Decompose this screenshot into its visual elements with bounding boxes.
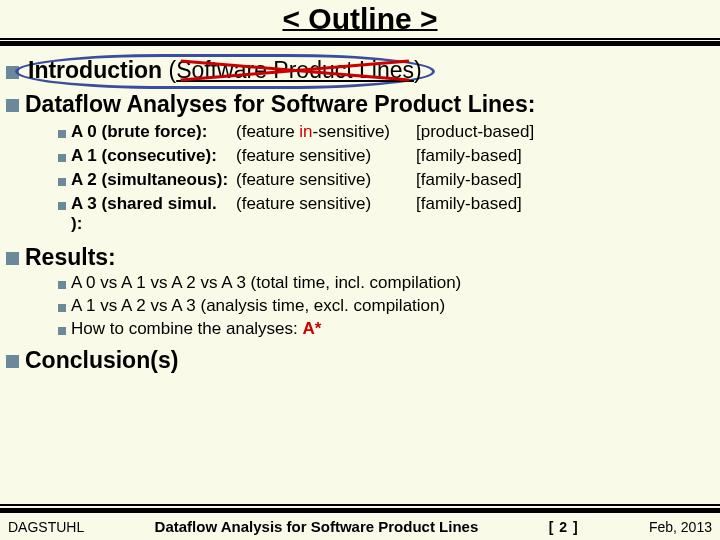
section-results: Results: (6, 244, 712, 271)
bullet-icon (58, 178, 66, 186)
result-text: A 0 vs A 1 vs A 2 vs A 3 (total time, in… (71, 273, 461, 293)
list-item: A 0 vs A 1 vs A 2 vs A 3 (total time, in… (58, 273, 712, 293)
footer-title: Dataflow Analysis for Software Product L… (155, 518, 479, 535)
slide-content: Introduction (Software Product Lines) Da… (0, 46, 720, 374)
result-text: A 1 vs A 2 vs A 3 (analysis time, excl. … (71, 296, 445, 316)
basis-cell: [product-based] (416, 122, 566, 142)
feature-cell: (feature sensitive) (236, 170, 411, 190)
paren-open: ( (169, 57, 177, 83)
conclusion-label: Conclusion(s) (25, 347, 178, 374)
footer-rule-thin (0, 504, 720, 506)
bullet-icon (58, 327, 66, 335)
paren-close: ) (414, 57, 422, 83)
section-dataflow: Dataflow Analyses for Software Product L… (6, 91, 712, 118)
basis-cell: [family-based] (416, 170, 566, 190)
table-row: A 0 (brute force): (feature in-sensitive… (58, 122, 712, 142)
bullet-icon (58, 281, 66, 289)
algo-name: A 3 (shared simul. ): (71, 194, 231, 234)
bullet-icon (58, 304, 66, 312)
bullet-icon (58, 202, 66, 210)
struck-inner: Software Product Lines (176, 57, 414, 83)
feature-cell: (feature sensitive) (236, 146, 411, 166)
feature-cell: (feature sensitive) (236, 194, 411, 214)
bullet-icon (6, 99, 19, 112)
feature-cell: (feature in-sensitive) (236, 122, 411, 142)
slide-title: < Outline > (0, 0, 720, 36)
slide-footer: DAGSTUHL Dataflow Analysis for Software … (0, 508, 720, 540)
struck-text: Software Product Lines (176, 57, 414, 84)
list-item: A 1 vs A 2 vs A 3 (analysis time, excl. … (58, 296, 712, 316)
footer-left: DAGSTUHL (8, 519, 84, 535)
table-row: A 1 (consecutive): (feature sensitive) [… (58, 146, 712, 166)
basis-cell: [family-based] (416, 194, 566, 214)
intro-label: Introduction (28, 57, 162, 83)
astar-label: A* (303, 319, 322, 338)
bullet-icon (58, 130, 66, 138)
footer-date: Feb, 2013 (649, 519, 712, 535)
bullet-icon (6, 355, 19, 368)
algo-name: A 2 (simultaneous): (71, 170, 231, 190)
intro-paren: (Software Product Lines) (169, 57, 422, 83)
algo-name: A 1 (consecutive): (71, 146, 231, 166)
highlight-oval: Introduction (Software Product Lines) (15, 54, 435, 89)
list-item: How to combine the analyses: A* (58, 319, 712, 339)
bullet-icon (6, 252, 19, 265)
section-conclusion: Conclusion(s) (6, 347, 712, 374)
dataflow-table: A 0 (brute force): (feature in-sensitive… (58, 122, 712, 234)
result-text: How to combine the analyses: A* (71, 319, 321, 339)
results-label: Results: (25, 244, 116, 271)
table-row: A 2 (simultaneous): (feature sensitive) … (58, 170, 712, 190)
bullet-icon (58, 154, 66, 162)
algo-name: A 0 (brute force): (71, 122, 231, 142)
dataflow-label: Dataflow Analyses for Software Product L… (25, 91, 535, 118)
basis-cell: [family-based] (416, 146, 566, 166)
footer-page: [ 2 ] (549, 519, 579, 535)
title-rule-thin (0, 38, 720, 40)
section-introduction: Introduction (Software Product Lines) (6, 54, 712, 89)
table-row: A 3 (shared simul. ): (feature sensitive… (58, 194, 712, 234)
